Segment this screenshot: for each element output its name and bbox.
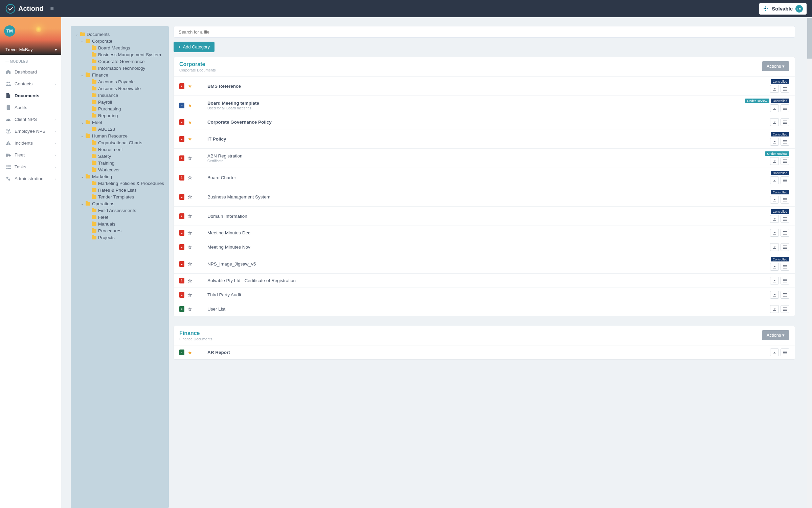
star-icon[interactable]: ★ (188, 136, 193, 142)
tree-payroll[interactable]: Payroll (74, 99, 165, 105)
download-button[interactable] (770, 348, 779, 356)
tree-reporting[interactable]: Reporting (74, 112, 165, 119)
tree-finance[interactable]: ⌄Finance (74, 71, 165, 78)
details-button[interactable] (781, 196, 789, 204)
nav-fleet[interactable]: Fleet› (0, 149, 61, 161)
details-button[interactable] (781, 118, 789, 126)
doc-row[interactable]: λ ★ Solvable Pty Ltd - Certificate of Re… (174, 273, 795, 288)
tree-marketing-policies-procedures[interactable]: Marketing Policies & Procedures (74, 180, 165, 187)
download-button[interactable] (770, 263, 779, 271)
actions-button[interactable]: Actions ▾ (762, 61, 789, 71)
tree-accounts-receivable[interactable]: Accounts Receivable (74, 85, 165, 92)
download-button[interactable] (770, 85, 779, 93)
details-button[interactable] (781, 348, 789, 356)
scrollbar[interactable] (807, 17, 812, 508)
details-button[interactable] (781, 291, 789, 299)
search-box[interactable] (174, 26, 795, 38)
doc-row[interactable]: λ ★ Board Charter Controlled (174, 168, 795, 187)
star-icon[interactable]: ★ (188, 194, 193, 199)
hamburger-icon[interactable]: ≡ (50, 5, 54, 12)
tree-safety[interactable]: Safety (74, 153, 165, 160)
tree-business-management-system[interactable]: Business Management System (74, 51, 165, 58)
doc-row[interactable]: λ ★ BMS Reference Controlled (174, 76, 795, 96)
category-title[interactable]: Corporate (179, 61, 216, 67)
download-button[interactable] (770, 291, 779, 299)
tree-information-technology[interactable]: Information Technology (74, 65, 165, 71)
tree-organisational-charts[interactable]: Organisational Charts (74, 139, 165, 146)
download-button[interactable] (770, 104, 779, 112)
download-button[interactable] (770, 277, 779, 284)
partner-badge[interactable]: Solvable TM (759, 3, 807, 15)
download-button[interactable] (770, 243, 779, 251)
nav-client-nps[interactable]: Client NPS› (0, 113, 61, 125)
doc-row[interactable]: λ ★ Corporate Governance Policy (174, 115, 795, 129)
star-icon[interactable]: ★ (188, 306, 193, 312)
doc-row[interactable]: ▲ ★ NPS_Image_Jigsaw_v5 Controlled (174, 254, 795, 273)
star-icon[interactable]: ★ (188, 155, 193, 161)
nav-audits[interactable]: Audits (0, 102, 61, 113)
tree-projects[interactable]: Projects (74, 234, 165, 241)
tree-training[interactable]: Training (74, 160, 165, 166)
tree-purchasing[interactable]: Purchasing (74, 105, 165, 112)
tree-operations[interactable]: ⌄Operations (74, 200, 165, 207)
star-icon[interactable]: ★ (188, 292, 193, 298)
tree-insurance[interactable]: Insurance (74, 92, 165, 99)
tree-documents[interactable]: ⌄Documents (74, 31, 165, 38)
details-button[interactable] (781, 263, 789, 271)
tree-rates-price-lists[interactable]: Rates & Price Lists (74, 187, 165, 193)
doc-row[interactable]: λ ★ ABN RegistrationCertificate Under Re… (174, 148, 795, 168)
nav-administration[interactable]: Administration› (0, 173, 61, 185)
tree-tender-templates[interactable]: Tender Templates (74, 193, 165, 200)
tree-board-meetings[interactable]: Board Meetings (74, 44, 165, 51)
doc-row[interactable]: λ ★ Business Management System Controlle… (174, 187, 795, 206)
tree-recruitment[interactable]: Recruitment (74, 146, 165, 153)
nav-contacts[interactable]: Contacts› (0, 78, 61, 90)
scrollbar-thumb[interactable] (807, 18, 812, 59)
star-icon[interactable]: ★ (188, 175, 193, 180)
doc-row[interactable]: λ ★ Meeting Minutes Nov (174, 240, 795, 254)
tree-fleet[interactable]: Fleet (74, 214, 165, 220)
nav-documents[interactable]: Documents (0, 90, 61, 102)
doc-row[interactable]: λ ★ Domain Information Controlled (174, 206, 795, 226)
tree-corporate[interactable]: ⌄Corporate (74, 38, 165, 44)
details-button[interactable] (781, 305, 789, 313)
star-icon[interactable]: ★ (188, 213, 193, 219)
category-title[interactable]: Finance (179, 330, 212, 336)
download-button[interactable] (770, 305, 779, 313)
star-icon[interactable]: ★ (188, 83, 193, 89)
tree-corporate-governance[interactable]: Corporate Governance (74, 58, 165, 65)
nav-employee-nps[interactable]: Employee NPS› (0, 125, 61, 137)
details-button[interactable] (781, 215, 789, 223)
star-icon[interactable]: ★ (188, 245, 193, 250)
profile-banner[interactable]: TM Trevor McBay▾ (0, 17, 61, 55)
download-button[interactable] (770, 229, 779, 237)
tree-accounts-payable[interactable]: Accounts Payable (74, 78, 165, 85)
tree-human-resource[interactable]: ⌄Human Resource (74, 132, 165, 139)
doc-row[interactable]: x ★ AR Report (174, 345, 795, 359)
star-icon[interactable]: ★ (188, 350, 193, 355)
details-button[interactable] (781, 229, 789, 237)
download-button[interactable] (770, 138, 779, 146)
star-icon[interactable]: ★ (188, 103, 193, 108)
details-button[interactable] (781, 104, 789, 112)
search-input[interactable] (179, 29, 790, 35)
app-logo[interactable]: Actiond (5, 4, 43, 14)
star-icon[interactable]: ★ (188, 230, 193, 236)
star-icon[interactable]: ★ (188, 278, 193, 283)
details-button[interactable] (781, 176, 789, 184)
add-category-button[interactable]: + Add Category (174, 42, 215, 52)
download-button[interactable] (770, 176, 779, 184)
doc-row[interactable]: λ ★ Meeting Minutes Dec (174, 226, 795, 240)
tree-procedures[interactable]: Procedures (74, 227, 165, 234)
tree-manuals[interactable]: Manuals (74, 220, 165, 227)
details-button[interactable] (781, 157, 789, 165)
download-button[interactable] (770, 118, 779, 126)
details-button[interactable] (781, 85, 789, 93)
download-button[interactable] (770, 215, 779, 223)
doc-row[interactable]: x ★ User List (174, 302, 795, 316)
tree-workcover[interactable]: Workcover (74, 166, 165, 173)
star-icon[interactable]: ★ (188, 261, 193, 267)
tree-field-assessments[interactable]: Field Assessments (74, 207, 165, 214)
doc-row[interactable]: λ ★ Third Party Audit (174, 288, 795, 302)
tree-fleet[interactable]: ⌄Fleet (74, 119, 165, 126)
